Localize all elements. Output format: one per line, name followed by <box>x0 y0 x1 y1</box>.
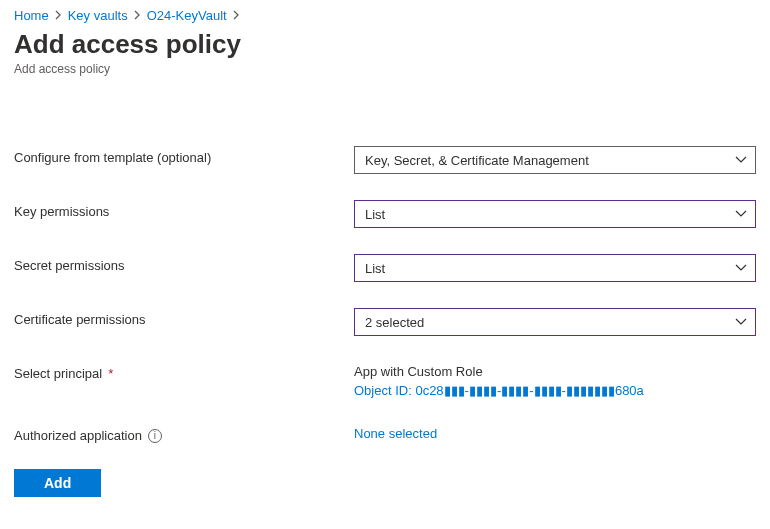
breadcrumb-keyvaults[interactable]: Key vaults <box>68 8 128 23</box>
authorized-application-label: Authorized application i <box>14 424 354 443</box>
chevron-down-icon <box>735 318 747 326</box>
secret-permissions-dropdown[interactable]: List <box>354 254 756 282</box>
page-subtitle: Add access policy <box>14 62 756 76</box>
chevron-right-icon <box>55 10 62 22</box>
breadcrumb-home[interactable]: Home <box>14 8 49 23</box>
page-title: Add access policy <box>14 29 756 60</box>
secret-permissions-label: Secret permissions <box>14 254 354 273</box>
certificate-permissions-dropdown[interactable]: 2 selected <box>354 308 756 336</box>
key-permissions-label: Key permissions <box>14 200 354 219</box>
selected-principal[interactable]: App with Custom Role Object ID: 0c28▮▮▮-… <box>354 362 756 398</box>
configure-template-dropdown[interactable]: Key, Secret, & Certificate Management <box>354 146 756 174</box>
required-indicator: * <box>108 366 113 381</box>
breadcrumb-vault[interactable]: O24-KeyVault <box>147 8 227 23</box>
authorized-application-link[interactable]: None selected <box>354 424 756 441</box>
key-permissions-dropdown[interactable]: List <box>354 200 756 228</box>
chevron-right-icon <box>233 10 240 22</box>
breadcrumb: Home Key vaults O24-KeyVault <box>14 8 756 23</box>
add-button[interactable]: Add <box>14 469 101 497</box>
principal-object-id: Object ID: 0c28▮▮▮-▮▮▮▮-▮▮▮▮-▮▮▮▮-▮▮▮▮▮▮… <box>354 383 756 398</box>
chevron-down-icon <box>735 210 747 218</box>
info-icon[interactable]: i <box>148 429 162 443</box>
chevron-down-icon <box>735 264 747 272</box>
principal-name: App with Custom Role <box>354 364 756 379</box>
secret-permissions-value: List <box>365 261 385 276</box>
certificate-permissions-label: Certificate permissions <box>14 308 354 327</box>
certificate-permissions-value: 2 selected <box>365 315 424 330</box>
select-principal-label: Select principal * <box>14 362 354 381</box>
chevron-down-icon <box>735 156 747 164</box>
chevron-right-icon <box>134 10 141 22</box>
configure-template-value: Key, Secret, & Certificate Management <box>365 153 589 168</box>
key-permissions-value: List <box>365 207 385 222</box>
configure-template-label: Configure from template (optional) <box>14 146 354 165</box>
